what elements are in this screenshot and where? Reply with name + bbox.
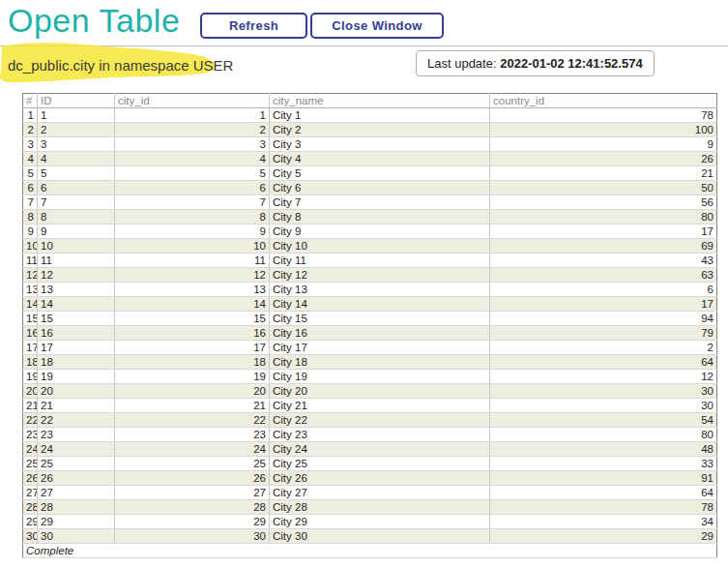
cell-rownum: 20 xyxy=(23,384,38,399)
table-row: 6 6 6 City 6 50 xyxy=(23,181,717,195)
cell-city-name: City 26 xyxy=(270,471,490,486)
table-row: 25 25 25 City 25 33 xyxy=(23,457,717,471)
status-text: Complete xyxy=(23,544,717,558)
cell-city-id: 30 xyxy=(115,529,270,544)
cell-id: 30 xyxy=(38,529,115,544)
table-row: 2 2 2 City 2 100 xyxy=(23,123,717,137)
cell-country-id: 100 xyxy=(490,123,717,137)
cell-city-name: City 10 xyxy=(270,239,490,254)
cell-city-id: 5 xyxy=(115,166,270,181)
cell-country-id: 26 xyxy=(490,152,717,166)
cell-rownum: 7 xyxy=(23,195,38,210)
table-row: 13 13 13 City 13 6 xyxy=(23,283,717,297)
cell-city-name: City 20 xyxy=(270,384,490,399)
cell-country-id: 6 xyxy=(490,283,717,297)
cell-id: 29 xyxy=(38,515,115,529)
cell-country-id: 78 xyxy=(490,108,717,123)
cell-country-id: 12 xyxy=(490,370,717,384)
cell-id: 26 xyxy=(38,471,115,486)
cell-city-id: 12 xyxy=(115,268,270,283)
cell-id: 22 xyxy=(38,413,115,428)
cell-rownum: 11 xyxy=(23,254,38,268)
table-row: 23 23 23 City 23 80 xyxy=(23,428,717,442)
table-row: 22 22 22 City 22 54 xyxy=(23,413,717,428)
cell-id: 13 xyxy=(38,283,115,297)
cell-city-id: 16 xyxy=(115,326,270,341)
cell-id: 27 xyxy=(38,486,115,500)
cell-id: 17 xyxy=(38,341,115,355)
table-row: 30 30 30 City 30 29 xyxy=(23,529,717,544)
cell-city-name: City 23 xyxy=(270,428,490,442)
table-row: 4 4 4 City 4 26 xyxy=(23,152,717,166)
cell-city-id: 29 xyxy=(115,515,270,529)
cell-country-id: 63 xyxy=(490,268,717,283)
cell-id: 7 xyxy=(38,195,115,210)
cell-city-id: 19 xyxy=(115,370,270,384)
cell-city-name: City 27 xyxy=(270,486,490,500)
cell-rownum: 2 xyxy=(23,123,38,137)
cell-city-name: City 2 xyxy=(270,123,490,137)
cell-rownum: 4 xyxy=(23,152,38,166)
cell-city-name: City 9 xyxy=(270,224,490,239)
table-row: 10 10 10 City 10 69 xyxy=(23,239,717,254)
cell-city-name: City 5 xyxy=(270,166,490,181)
cell-rownum: 1 xyxy=(23,108,38,123)
cell-rownum: 18 xyxy=(23,355,38,370)
refresh-button[interactable]: Refresh xyxy=(200,13,307,39)
cell-rownum: 28 xyxy=(23,500,38,515)
cell-city-name: City 25 xyxy=(270,457,490,471)
cell-city-id: 8 xyxy=(115,210,270,224)
cell-city-name: City 3 xyxy=(270,137,490,152)
cell-city-id: 10 xyxy=(115,239,270,254)
cell-city-name: City 13 xyxy=(270,283,490,297)
table-row: 19 19 19 City 19 12 xyxy=(23,370,717,384)
cell-rownum: 22 xyxy=(23,413,38,428)
cell-id: 24 xyxy=(38,442,115,457)
cell-country-id: 48 xyxy=(490,442,717,457)
cell-country-id: 80 xyxy=(490,210,717,224)
cell-country-id: 80 xyxy=(490,428,717,442)
cell-city-name: City 4 xyxy=(270,152,490,166)
cell-id: 28 xyxy=(38,500,115,515)
cell-id: 16 xyxy=(38,326,115,341)
table-row: 14 14 14 City 14 17 xyxy=(23,297,717,312)
table-row: 9 9 9 City 9 17 xyxy=(23,224,717,239)
cell-country-id: 64 xyxy=(490,486,717,500)
table-row: 18 18 18 City 18 64 xyxy=(23,355,717,370)
table-row: 29 29 29 City 29 34 xyxy=(23,515,717,529)
cell-id: 20 xyxy=(38,384,115,399)
cell-rownum: 12 xyxy=(23,268,38,283)
cell-city-id: 3 xyxy=(115,137,270,152)
cell-rownum: 16 xyxy=(23,326,38,341)
cell-city-id: 23 xyxy=(115,428,270,442)
status-row: Complete xyxy=(23,544,717,558)
cell-city-name: City 22 xyxy=(270,413,490,428)
cell-country-id: 17 xyxy=(490,224,717,239)
table-row: 27 27 27 City 27 64 xyxy=(23,486,717,500)
cell-rownum: 5 xyxy=(23,166,38,181)
cell-id: 11 xyxy=(38,254,115,268)
last-update-value: 2022-01-02 12:41:52.574 xyxy=(500,56,642,71)
cell-rownum: 27 xyxy=(23,486,38,500)
cell-id: 18 xyxy=(38,355,115,370)
cell-city-id: 24 xyxy=(115,442,270,457)
cell-country-id: 54 xyxy=(490,413,717,428)
cell-country-id: 43 xyxy=(490,254,717,268)
cell-country-id: 78 xyxy=(490,500,717,515)
cell-city-id: 2 xyxy=(115,123,270,137)
cell-id: 9 xyxy=(38,224,115,239)
cell-country-id: 9 xyxy=(490,137,717,152)
close-window-button[interactable]: Close Window xyxy=(310,13,444,39)
cell-rownum: 21 xyxy=(23,399,38,413)
cell-rownum: 17 xyxy=(23,341,38,355)
cell-id: 21 xyxy=(38,399,115,413)
cell-rownum: 29 xyxy=(23,515,38,529)
cell-rownum: 19 xyxy=(23,370,38,384)
cell-city-id: 6 xyxy=(115,181,270,195)
cell-city-name: City 7 xyxy=(270,195,490,210)
table-row: 3 3 3 City 3 9 xyxy=(23,137,717,152)
cell-city-name: City 17 xyxy=(270,341,490,355)
cell-id: 12 xyxy=(38,268,115,283)
cell-city-id: 22 xyxy=(115,413,270,428)
table-row: 26 26 26 City 26 91 xyxy=(23,471,717,486)
